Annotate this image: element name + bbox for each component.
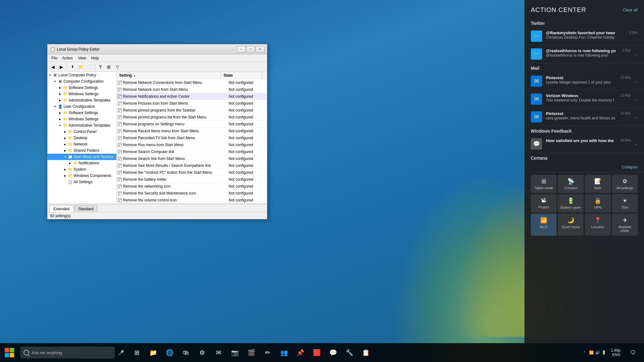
tree-item-start-menu-taskbar[interactable]: ▼📁Start Menu and Taskbar bbox=[47, 154, 116, 160]
setting-row[interactable]: Remove the battery meterNot configured bbox=[117, 176, 267, 183]
setting-row[interactable]: Remove pinned programs list from the Sta… bbox=[117, 114, 267, 121]
ac-notification-item[interactable]: ✉Verizon WirelessThis weekend only. Doub… bbox=[525, 90, 644, 108]
tab-standard[interactable]: Standard bbox=[74, 205, 98, 212]
ac-notification-item[interactable]: 💬How satisfied are you with how the10:59… bbox=[525, 135, 644, 153]
taskbar-item-edge[interactable]: 🌐 bbox=[162, 343, 177, 362]
tree-item-network[interactable]: ▶📁Network bbox=[47, 141, 116, 147]
folder-button[interactable]: 📁 bbox=[77, 63, 85, 71]
taskbar-item-file-explorer[interactable]: 📁 bbox=[145, 343, 161, 362]
taskbar-clock[interactable]: 1:40p ENG bbox=[608, 348, 624, 357]
ac-quick-action-vpn[interactable]: 🔒VPN bbox=[585, 194, 611, 212]
back-button[interactable]: ◀ bbox=[49, 63, 57, 71]
tree-item-all-settings[interactable]: 📋All Settings bbox=[47, 179, 116, 185]
ac-notification-item[interactable]: 🐦@RankmysiteIn favorited your tweeChrist… bbox=[525, 27, 644, 45]
setting-row[interactable]: Remove Network icon from Start MenuNot c… bbox=[117, 86, 267, 93]
ac-quick-action-connect[interactable]: 📡Connect bbox=[558, 175, 584, 193]
ac-quick-action-quiet-hours[interactable]: 🌙Quiet hours bbox=[558, 214, 584, 236]
setting-row[interactable]: Remove Recorded TV link from Start MenuN… bbox=[117, 134, 267, 141]
ac-quick-action-airplane-mode[interactable]: ✈Airplane mode bbox=[612, 214, 638, 236]
taskbar-item-pin[interactable]: 📌 bbox=[292, 343, 308, 362]
ac-notification-item[interactable]: ✉Pinterestcara gosselin, mens health and… bbox=[525, 108, 644, 126]
tree-item-windows-settings-uc[interactable]: ▶📁Windows Settings bbox=[47, 116, 116, 122]
taskbar-item-app1[interactable]: 🟥 bbox=[309, 343, 325, 362]
menu-view[interactable]: View bbox=[75, 55, 89, 61]
tree-item-user-configuration[interactable]: ▼👤User Configuration bbox=[47, 103, 116, 110]
taskbar-item-draw[interactable]: ✏ bbox=[260, 343, 275, 362]
tree-item-desktop[interactable]: ▶📁Desktop bbox=[47, 135, 116, 141]
ac-clear-button[interactable]: Clear all bbox=[623, 8, 638, 12]
tree-item-computer-configuration[interactable]: ▼🖥Computer Configuration bbox=[47, 78, 116, 85]
tree-item-system[interactable]: ▶📁System bbox=[47, 166, 116, 173]
help-button[interactable]: ? bbox=[96, 63, 104, 71]
taskbar-item-store[interactable]: 🛍 bbox=[178, 343, 194, 362]
setting-row[interactable]: Remove Search Computer linkNot configure… bbox=[117, 148, 267, 155]
tree-item-software-settings-uc[interactable]: ▶📁Software Settings bbox=[47, 110, 116, 116]
ac-collapse-button[interactable]: Collapse bbox=[622, 165, 638, 169]
minimize-button[interactable]: ─ bbox=[237, 46, 246, 52]
setting-row[interactable]: Remove programs on Settings menuNot conf… bbox=[117, 121, 267, 128]
ac-notif-expand-button[interactable]: ⌄ bbox=[635, 97, 638, 101]
maximize-button[interactable]: □ bbox=[246, 46, 255, 52]
ac-notification-item[interactable]: 🐦@realsethhorus is now following yo@real… bbox=[525, 45, 644, 63]
ac-quick-action-location[interactable]: 📍Location bbox=[585, 214, 611, 236]
ac-quick-action-note[interactable]: 📝Note bbox=[585, 175, 611, 193]
tree-item-notifications[interactable]: ▶📁Notifications bbox=[47, 160, 116, 166]
taskbar-item-skype[interactable]: 💬 bbox=[325, 343, 341, 362]
tree-item-windows-components[interactable]: ▶📁Windows Components bbox=[47, 173, 116, 179]
taskbar-item-people[interactable]: 👥 bbox=[276, 343, 292, 362]
ac-quick-action-75%[interactable]: ☀75% bbox=[612, 194, 638, 212]
ac-notif-expand-button[interactable]: ⌄ bbox=[635, 52, 638, 56]
setting-row[interactable]: Remove Search link from Start MenuNot co… bbox=[117, 155, 267, 162]
menu-file[interactable]: File bbox=[49, 55, 60, 61]
taskbar-item-task-view[interactable]: ⊞ bbox=[129, 343, 145, 362]
up-button[interactable]: ⬆ bbox=[68, 63, 76, 71]
ac-quick-action-wi-fi[interactable]: 📶Wi-Fi bbox=[531, 214, 557, 236]
setting-row[interactable]: Remove Pictures icon from Start MenuNot … bbox=[117, 100, 267, 107]
tree-item-software-settings-cc[interactable]: ▶📁Software Settings bbox=[47, 85, 116, 91]
tree-item-admin-templates-uc[interactable]: ▼📁Administrative Templates bbox=[47, 122, 116, 129]
view-button[interactable]: ⊞ bbox=[105, 63, 113, 71]
ac-notif-expand-button[interactable]: ⌄ bbox=[635, 142, 638, 146]
menu-help[interactable]: Help bbox=[89, 55, 102, 61]
setting-row[interactable]: Remove Notifications and Action CenterNo… bbox=[117, 93, 267, 100]
setting-row[interactable]: Remove See More Results / Search Everywh… bbox=[117, 162, 267, 169]
setting-row[interactable]: Remove the networking iconNot configured bbox=[117, 183, 267, 190]
ac-quick-action-project[interactable]: 📽Project bbox=[531, 194, 557, 212]
setting-row[interactable]: Remove Recent Items menu from Start Menu… bbox=[117, 128, 267, 134]
taskbar-item-camera[interactable]: 📷 bbox=[227, 343, 243, 362]
taskbar-item-media[interactable]: 🎬 bbox=[243, 343, 259, 362]
tree-item-shared-folders[interactable]: ▶📁Shared Folders bbox=[47, 147, 116, 154]
setting-row[interactable]: Remove Run menu from Start MenuNot confi… bbox=[117, 141, 267, 148]
ac-notif-expand-button[interactable]: ⌄ bbox=[635, 115, 638, 119]
tree-item-windows-settings-cc[interactable]: ▶📁Windows Settings bbox=[47, 91, 116, 97]
setting-row[interactable]: Remove pinned programs from the TaskbarN… bbox=[117, 107, 267, 114]
ac-notif-expand-button[interactable]: ⌄ bbox=[635, 79, 638, 83]
setting-row[interactable]: Remove the "Undock PC" button from the S… bbox=[117, 169, 267, 176]
ac-notification-item[interactable]: ✉PinterestLynette Wieger repinned 1 of y… bbox=[525, 72, 644, 90]
taskbar-item-mail[interactable]: ✉ bbox=[211, 343, 226, 362]
menu-action[interactable]: Action bbox=[60, 55, 75, 61]
tree-item-admin-templates-cc[interactable]: ▶📁Administrative Templates bbox=[47, 97, 116, 103]
ac-quick-action-all-settings[interactable]: ⚙All settings bbox=[612, 175, 638, 193]
taskbar-item-app2[interactable]: 🔧 bbox=[341, 343, 357, 362]
tree-item-control-panel[interactable]: ▶📁Control Panel bbox=[47, 129, 116, 135]
copy-button[interactable]: 📄 bbox=[85, 63, 93, 71]
start-button[interactable] bbox=[0, 343, 19, 362]
taskbar-item-settings[interactable]: ⚙ bbox=[194, 343, 210, 362]
close-button[interactable]: ✕ bbox=[256, 46, 264, 52]
taskbar-search[interactable]: Ask me anything bbox=[20, 347, 115, 359]
action-center-button[interactable]: 🗨 bbox=[625, 343, 641, 362]
taskbar-item-app3[interactable]: 📋 bbox=[358, 343, 374, 362]
ac-quick-action-tablet-mode[interactable]: ⊞Tablet mode bbox=[531, 175, 557, 193]
cortana-mic-button[interactable]: 🎤 bbox=[115, 343, 127, 362]
tab-extended[interactable]: Extended bbox=[49, 205, 74, 212]
sys-tray-expand[interactable]: ⌃ bbox=[583, 351, 586, 355]
setting-row[interactable]: Remove Network Connections from Start Me… bbox=[117, 79, 267, 86]
ac-quick-action-battery-saver[interactable]: 🔋Battery saver bbox=[558, 194, 584, 212]
col-header-setting[interactable]: Setting ▲ bbox=[117, 72, 221, 79]
col-header-state[interactable]: State bbox=[221, 72, 262, 79]
setting-row[interactable]: Remove the Security and Maintenance icon… bbox=[117, 190, 267, 197]
setting-row[interactable]: Remove the volume control iconNot config… bbox=[117, 197, 267, 204]
forward-button[interactable]: ▶ bbox=[57, 63, 65, 71]
filter-button[interactable]: ▽ bbox=[113, 63, 121, 71]
